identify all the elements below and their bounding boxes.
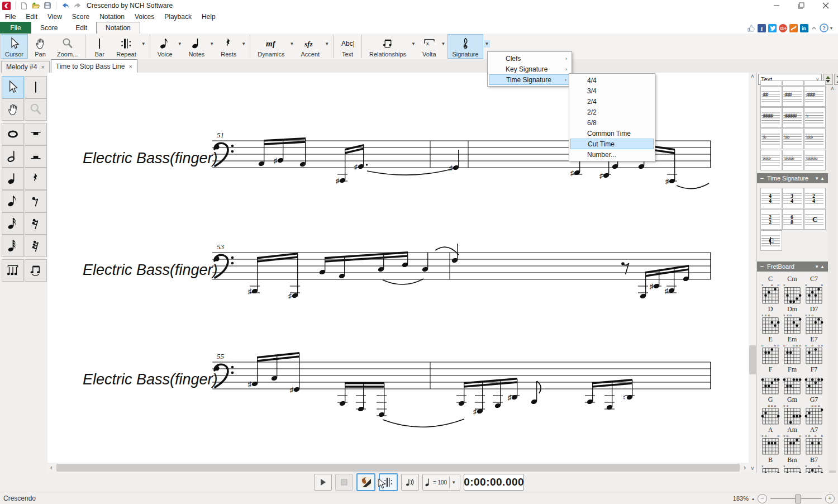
dropdown-arrow-icon[interactable]: ▼ xyxy=(411,41,416,46)
submenu-item-2-4[interactable]: 2/4 xyxy=(570,96,654,107)
chord-diagram-Am[interactable]: xoo xyxy=(783,433,802,457)
palette-thirtysecond-note-button[interactable] xyxy=(2,235,24,257)
time-signature-tile-3-4[interactable]: 3 4 xyxy=(782,188,804,208)
chord-diagram-Cm[interactable]: x xyxy=(783,282,802,306)
time-signature-section-header[interactable]: −Time Signature▼▲ xyxy=(757,173,828,183)
chord-diagram-A[interactable]: xoo xyxy=(761,433,780,457)
dropdown-arrow-icon[interactable]: ▼ xyxy=(241,41,246,46)
palette-whole-rest-button[interactable] xyxy=(25,123,47,145)
dropdown-arrow-icon[interactable]: ▼ xyxy=(210,41,214,46)
palette-sixteenth-note-button[interactable] xyxy=(2,212,24,235)
text-tool-button[interactable]: Abc|Text xyxy=(336,34,359,59)
chord-diagram-F7[interactable] xyxy=(804,373,823,397)
tempo-dropdown-arrow[interactable]: ▼ xyxy=(449,477,458,488)
nch-icon[interactable] xyxy=(789,24,798,32)
close-button[interactable] xyxy=(813,0,838,11)
time-signature-tile-2-2[interactable]: 2 2 xyxy=(760,209,782,230)
chord-diagram-E[interactable]: ooo xyxy=(761,343,780,367)
key-signature-tile-6-flat[interactable]: ♭♭♭♭♭♭ xyxy=(782,150,804,170)
palette-half-note-button[interactable] xyxy=(2,145,24,168)
zoom-out-button[interactable]: − xyxy=(758,494,767,503)
submenu-item-cut-time[interactable]: Cut Time xyxy=(570,139,654,149)
palette-eighth-rest-button[interactable] xyxy=(25,190,47,212)
key-signature-tile-partial[interactable] xyxy=(760,80,782,85)
chord-diagram-G[interactable]: ooo xyxy=(761,403,780,427)
tab-close-icon[interactable]: × xyxy=(128,63,132,70)
submenu-item-2-2[interactable]: 2/2 xyxy=(570,107,654,117)
minimize-button[interactable] xyxy=(764,0,789,11)
undo-button[interactable] xyxy=(61,2,70,9)
panel-collapse-button[interactable] xyxy=(834,74,838,85)
chord-diagram-E7[interactable]: oooo xyxy=(804,343,823,367)
key-signature-tile-partial[interactable] xyxy=(782,80,804,85)
key-signature-tile-partial[interactable] xyxy=(804,80,826,85)
zoom-slider[interactable] xyxy=(770,498,822,499)
dropdown-arrow-icon[interactable]: ▼ xyxy=(290,41,294,46)
dropdown-arrow-icon[interactable]: ▼ xyxy=(325,41,329,46)
relationships-tool-button[interactable]: Relationships xyxy=(365,34,411,59)
palette-whole-note-button[interactable] xyxy=(2,123,24,145)
time-signature-tile-6-8[interactable]: 6 8 xyxy=(782,209,804,230)
time-signature-tile-cut[interactable]: C xyxy=(760,230,782,251)
chord-diagram-F[interactable] xyxy=(761,373,780,397)
key-signature-tile-7-sharp[interactable]: ♯♯♯♯♯♯♯ xyxy=(782,107,804,128)
redo-button[interactable] xyxy=(73,2,82,9)
time-signature-tile-common[interactable]: C xyxy=(804,209,826,230)
chord-diagram-D[interactable]: xxo xyxy=(761,312,780,336)
submenu-item-common-time[interactable]: Common Time xyxy=(570,128,654,139)
voice-tool-button[interactable]: Voice xyxy=(153,34,177,59)
key-signature-tile-3-flat[interactable]: ♭♭♭ xyxy=(782,129,804,149)
menu-notation[interactable]: Notation xyxy=(94,13,130,21)
horizontal-scrollbar[interactable]: ‹ › xyxy=(47,463,749,473)
chord-diagram-Fm[interactable] xyxy=(783,373,802,397)
palette-eighth-note-button[interactable] xyxy=(2,190,24,212)
vertical-scroll-thumb[interactable] xyxy=(749,345,756,374)
document-tab-melody-4[interactable]: Melody #4× xyxy=(1,61,50,73)
submenu-item-3-4[interactable]: 3/4 xyxy=(570,85,654,96)
chord-diagram-G7[interactable]: ooo xyxy=(804,403,823,427)
zoom-slider-thumb[interactable] xyxy=(795,495,801,503)
fretboard-section-header[interactable]: −FretBoard▼▲ xyxy=(757,261,828,272)
palette-cursor-button[interactable] xyxy=(2,76,24,98)
ribbon-tab-notation[interactable]: Notation xyxy=(96,22,140,34)
zoom-in-button[interactable]: + xyxy=(825,494,835,503)
time-signature-tile-4-4[interactable]: 4 4 xyxy=(760,188,782,208)
submenu-item-6-8[interactable]: 6/8 xyxy=(570,117,654,128)
ribbon-tab-edit[interactable]: Edit xyxy=(66,22,96,34)
key-signature-tile-3-sharp[interactable]: ♯♯♯ xyxy=(760,86,782,107)
palette-triplet-button[interactable] xyxy=(2,259,24,282)
scroll-down-arrow[interactable]: ˅ xyxy=(749,465,756,473)
dropdown-arrow-icon[interactable]: ▼ xyxy=(141,41,146,46)
palette-thirtysecond-rest-button[interactable] xyxy=(25,235,47,257)
new-document-button[interactable] xyxy=(20,2,28,10)
horizontal-scroll-thumb[interactable] xyxy=(56,464,740,472)
palette-half-rest-button[interactable] xyxy=(25,145,47,168)
dropdown-arrow-icon[interactable]: ▼ xyxy=(484,40,491,47)
chord-diagram-A7[interactable]: xooo xyxy=(804,433,823,457)
menu-item-clefs[interactable]: Clefs› xyxy=(489,53,570,64)
palette-sixteenth-rest-button[interactable] xyxy=(25,212,47,235)
menu-file[interactable]: File xyxy=(0,13,21,21)
panel-scrollbar[interactable]: ˄ ˅ xyxy=(828,85,837,492)
key-signature-tile-4-flat[interactable]: ♭♭♭♭ xyxy=(804,129,826,149)
time-signature-tile-2-4[interactable]: 2 4 xyxy=(804,188,826,208)
document-tab-time-to-stop-bass-line[interactable]: Time to Stop Bass Line× xyxy=(51,59,137,73)
menu-score[interactable]: Score xyxy=(67,13,94,21)
tempo-control[interactable]: = 100 ▼ xyxy=(422,474,460,491)
menu-help[interactable]: Help xyxy=(197,13,221,21)
palette-insert-bar-button[interactable] xyxy=(25,76,47,98)
ribbon-tab-score[interactable]: Score xyxy=(31,22,66,34)
palette-zoom-button[interactable] xyxy=(25,98,47,121)
bar-tool-button[interactable]: Bar xyxy=(88,34,111,59)
zoom-tool-button[interactable]: Zoom... xyxy=(53,34,82,59)
metronome-button[interactable] xyxy=(401,474,419,491)
google-plus-icon[interactable]: G+ xyxy=(778,24,788,32)
key-signature-tile-7-flat[interactable]: ♭♭♭♭♭♭♭ xyxy=(804,150,826,170)
scroll-up-arrow[interactable]: ˄ xyxy=(749,73,756,80)
key-signature-tile-1-flat[interactable]: ♭ xyxy=(804,107,826,128)
key-signature-tile-5-flat[interactable]: ♭♭♭♭♭ xyxy=(760,150,782,170)
dynamics-tool-button[interactable]: mfDynamics xyxy=(253,34,289,59)
section-reorder-icons[interactable]: ▼▲ xyxy=(815,176,828,181)
open-folder-button[interactable] xyxy=(31,2,40,9)
key-signature-tile-5-sharp[interactable]: ♯♯♯♯♯ xyxy=(804,86,826,107)
